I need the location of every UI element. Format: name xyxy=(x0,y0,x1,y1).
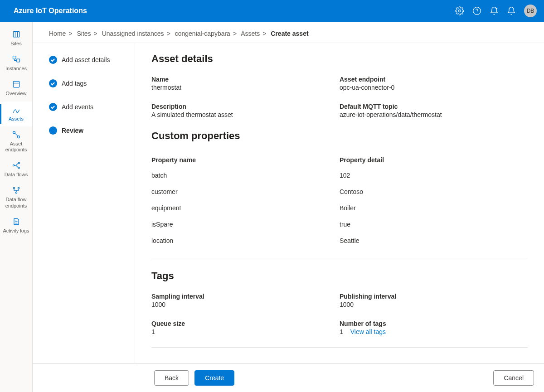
bell-icon[interactable] xyxy=(507,6,516,15)
cell: Seattle xyxy=(340,237,528,244)
field-value: thermostat xyxy=(151,84,340,91)
help-icon[interactable] xyxy=(472,6,481,15)
sidenav-label: Overview xyxy=(6,91,27,97)
sidenav-item-instances[interactable]: Instances xyxy=(0,51,32,76)
step-label: Review xyxy=(62,127,83,134)
brand-title: Azure IoT Operations xyxy=(7,7,87,15)
sidenav-item-activity-logs[interactable]: Activity logs xyxy=(0,213,32,238)
sidenav-item-dataflows[interactable]: Data flows xyxy=(0,157,32,182)
section-title-tags: Tags xyxy=(151,270,528,282)
field-value: 1000 xyxy=(151,301,340,308)
breadcrumb-link[interactable]: Assets xyxy=(241,30,260,37)
cell: Boiler xyxy=(340,204,528,212)
dataflow-endpoints-icon xyxy=(12,186,21,195)
col-header: Property name xyxy=(151,156,340,164)
field-label: Queue size xyxy=(151,320,340,327)
sidenav-item-overview[interactable]: Overview xyxy=(0,76,32,101)
sidenav-label: Data flow endpoints xyxy=(1,197,31,208)
sidenav-item-sites[interactable]: Sites xyxy=(0,26,32,51)
activity-logs-icon xyxy=(12,217,21,226)
table-row: customer Contoso xyxy=(151,184,528,200)
cancel-button[interactable]: Cancel xyxy=(493,370,534,386)
asset-endpoints-icon xyxy=(12,130,21,139)
section-title-custom-properties: Custom properties xyxy=(151,130,528,142)
step-review[interactable]: Review xyxy=(49,126,126,135)
divider xyxy=(151,258,528,258)
table-row: isSpare true xyxy=(151,216,528,232)
view-all-tags-link[interactable]: View all tags xyxy=(350,328,386,335)
sidenav-item-dataflow-endpoints[interactable]: Data flow endpoints xyxy=(0,182,32,213)
field-label: Default MQTT topic xyxy=(340,103,528,110)
cell: equipment xyxy=(151,204,340,212)
cell: 102 xyxy=(340,172,528,179)
field-label: Description xyxy=(151,103,340,110)
table-row: batch 102 xyxy=(151,167,528,184)
field-label: Asset endpoint xyxy=(340,76,528,83)
svg-rect-4 xyxy=(16,59,19,62)
field-label: Publishing interval xyxy=(340,293,528,300)
cell: isSpare xyxy=(151,221,340,228)
cell: customer xyxy=(151,188,340,195)
svg-point-0 xyxy=(459,10,461,12)
field-value: A simulated thermostat asset xyxy=(151,111,340,118)
step-label: Add events xyxy=(62,103,93,111)
field-value: 1 View all tags xyxy=(340,328,528,335)
steps-sidebar: Add asset details Add tags Add events Re… xyxy=(33,43,135,363)
svg-point-9 xyxy=(18,162,19,164)
custom-properties-table: Property name Property detail batch 102 … xyxy=(151,153,528,249)
sidenav-label: Assets xyxy=(9,116,24,122)
breadcrumb-link[interactable]: congenial-capybara xyxy=(175,30,230,37)
avatar[interactable]: DB xyxy=(524,5,537,17)
step-label: Add tags xyxy=(62,80,87,87)
svg-point-12 xyxy=(18,188,19,189)
sidenav-label: Asset endpoints xyxy=(1,141,31,153)
table-row: equipment Boiler xyxy=(151,200,528,216)
cell: true xyxy=(340,221,528,228)
dataflows-icon xyxy=(12,161,21,170)
sidenav-item-asset-endpoints[interactable]: Asset endpoints xyxy=(0,126,32,157)
sidenav-label: Activity logs xyxy=(3,228,29,234)
svg-rect-5 xyxy=(13,82,19,87)
create-button[interactable]: Create xyxy=(194,370,234,386)
breadcrumb-current: Create asset xyxy=(271,30,308,37)
breadcrumb-link[interactable]: Sites xyxy=(77,30,91,37)
step-add-tags[interactable]: Add tags xyxy=(49,79,126,87)
topbar-actions: DB xyxy=(455,5,537,17)
current-step-icon xyxy=(49,126,57,135)
step-label: Add asset details xyxy=(62,56,110,63)
svg-point-1 xyxy=(473,7,481,15)
field-value: opc-ua-connector-0 xyxy=(340,84,528,91)
review-content: Asset details Name thermostat Asset endp… xyxy=(135,43,544,363)
settings-icon[interactable] xyxy=(455,6,464,15)
footer-bar: Back Create Cancel xyxy=(33,363,544,392)
breadcrumb-link[interactable]: Unassigned instances xyxy=(102,30,164,37)
cell: batch xyxy=(151,172,340,179)
sidenav-item-assets[interactable]: Assets xyxy=(0,102,32,126)
step-add-asset-details[interactable]: Add asset details xyxy=(49,56,126,64)
instances-icon xyxy=(12,55,21,64)
numtags-value: 1 xyxy=(340,328,343,335)
svg-rect-3 xyxy=(13,56,16,59)
section-title-asset-details: Asset details xyxy=(151,53,528,65)
check-icon xyxy=(49,103,57,111)
check-icon xyxy=(49,79,57,87)
svg-point-13 xyxy=(15,192,17,194)
field-label: Sampling interval xyxy=(151,293,340,300)
field-value: 1 xyxy=(151,328,340,335)
field-value: 1000 xyxy=(340,301,528,308)
field-label: Number of tags xyxy=(340,320,528,327)
top-bar: Azure IoT Operations DB xyxy=(0,0,544,22)
field-label: Name xyxy=(151,76,340,83)
step-add-events[interactable]: Add events xyxy=(49,103,126,111)
back-button[interactable]: Back xyxy=(154,370,189,386)
overview-icon xyxy=(12,80,21,89)
breadcrumb-link[interactable]: Home xyxy=(49,30,66,37)
field-value: azure-iot-operations/data/thermostat xyxy=(340,111,528,118)
svg-point-11 xyxy=(13,188,15,189)
sparkle-bell-icon[interactable] xyxy=(490,6,499,15)
sidenav-label: Sites xyxy=(10,41,21,47)
divider xyxy=(151,347,528,348)
breadcrumb: Home> Sites> Unassigned instances> conge… xyxy=(33,22,544,43)
table-row: location Seattle xyxy=(151,232,528,249)
sidenav-label: Data flows xyxy=(5,172,28,178)
